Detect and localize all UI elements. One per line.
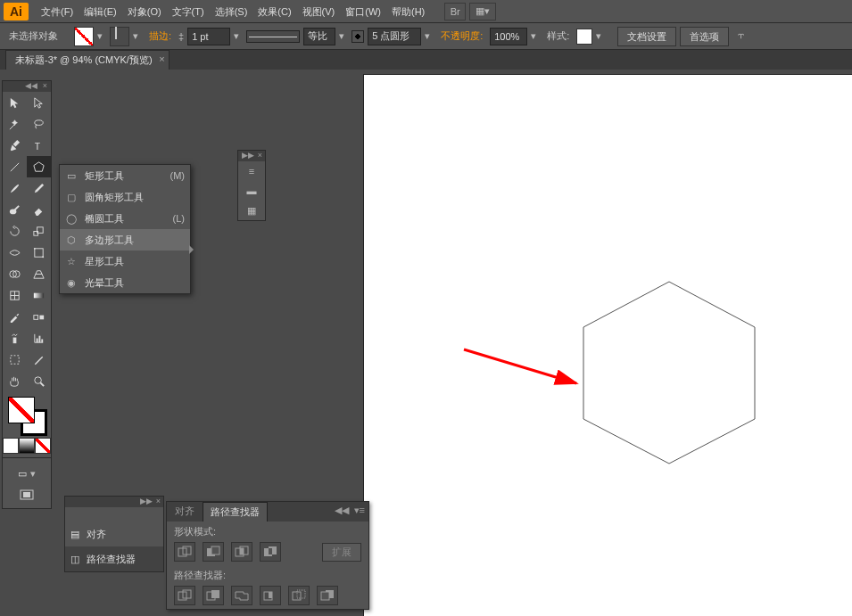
flare-tool-item[interactable]: ◉ 光晕工具 — [60, 272, 190, 293]
close-tab-icon[interactable]: × — [159, 53, 164, 64]
tack-icon[interactable]: ⥾ — [732, 30, 749, 42]
brush-input[interactable] — [368, 28, 421, 45]
merge-button[interactable] — [231, 586, 252, 605]
direct-selection-tool[interactable] — [27, 92, 51, 113]
divide-button[interactable] — [174, 586, 195, 605]
graph-tool[interactable] — [27, 327, 51, 349]
bridge-icon[interactable]: Br — [444, 3, 466, 21]
selection-tool[interactable] — [3, 92, 27, 113]
pencil-tool[interactable] — [27, 177, 51, 199]
menu-type[interactable]: 文字(T) — [167, 0, 210, 23]
panel-dock-header[interactable]: ▶▶× — [65, 497, 163, 507]
gradient-mode[interactable] — [19, 438, 35, 454]
menu-help[interactable]: 帮助(H) — [386, 0, 430, 23]
slice-tool[interactable] — [27, 349, 51, 370]
trim-button[interactable] — [203, 586, 224, 605]
menu-window[interactable]: 窗口(W) — [340, 0, 386, 23]
rectangle-tool-item[interactable]: ▭ 矩形工具 (M) — [60, 165, 190, 186]
artboard-tool[interactable] — [3, 349, 27, 370]
fill-swatch[interactable] — [74, 27, 94, 46]
paintbrush-tool[interactable] — [3, 177, 27, 199]
minus-back-button[interactable] — [317, 586, 338, 605]
lasso-tool[interactable] — [27, 113, 51, 135]
shape-tool[interactable] — [27, 156, 51, 177]
scale-tool[interactable] — [27, 220, 51, 242]
blob-brush-tool[interactable] — [3, 199, 27, 220]
menu-effect[interactable]: 效果(C) — [252, 0, 296, 23]
screen-mode-dropdown-icon[interactable]: ▾ — [30, 468, 36, 480]
opacity-label[interactable]: 不透明度: — [437, 29, 486, 43]
intersect-button[interactable] — [231, 542, 252, 562]
polygon-tool-item[interactable]: ⬡ 多边形工具 — [60, 229, 190, 251]
arrange-docs-icon[interactable]: ▦▾ — [469, 3, 496, 21]
close-icon[interactable]: × — [43, 81, 47, 92]
style-swatch[interactable] — [576, 29, 592, 45]
menu-edit[interactable]: 编辑(E) — [79, 0, 122, 23]
fill-stroke-control[interactable] — [3, 391, 51, 438]
gradient-panel-icon[interactable]: ▬ — [238, 181, 265, 201]
perspective-tool[interactable] — [27, 263, 51, 284]
brush-dropdown-icon[interactable]: ▾ — [425, 30, 434, 42]
minus-front-button[interactable] — [203, 542, 224, 562]
flyout-tearoff-icon[interactable] — [189, 245, 194, 254]
stroke-label[interactable]: 描边: — [145, 29, 175, 43]
close-icon[interactable]: × — [156, 497, 161, 507]
menu-view[interactable]: 视图(V) — [297, 0, 341, 23]
free-transform-tool[interactable] — [27, 242, 51, 263]
close-icon[interactable]: × — [258, 151, 262, 161]
ellipse-tool-item[interactable]: ◯ 椭圆工具 (L) — [60, 208, 190, 229]
stroke-dropdown-icon[interactable]: ▾ — [133, 30, 142, 42]
toolbox-header[interactable]: ◀◀× — [3, 81, 51, 92]
hand-tool[interactable] — [3, 370, 27, 391]
panel-menu-icon[interactable]: ▾≡ — [354, 505, 365, 516]
pen-tool[interactable] — [3, 135, 27, 156]
pathfinder-panel-button[interactable]: ◫ 路径查找器 — [65, 546, 163, 571]
outline-button[interactable] — [288, 586, 310, 605]
hexagon-shape[interactable] — [580, 278, 758, 465]
width-tool[interactable] — [3, 242, 27, 263]
tab-align[interactable]: 对齐 — [167, 501, 203, 522]
stroke-panel-icon[interactable]: ≡ — [238, 161, 265, 181]
menu-object[interactable]: 对象(O) — [122, 0, 167, 23]
collapse-icon[interactable]: ◀◀ — [335, 505, 349, 516]
expand-button[interactable]: 扩展 — [322, 543, 361, 562]
style-dropdown-icon[interactable]: ▾ — [596, 30, 605, 42]
crop-button[interactable] — [260, 586, 281, 605]
unite-button[interactable] — [174, 542, 195, 562]
exclude-button[interactable] — [260, 542, 281, 562]
eraser-tool[interactable] — [27, 199, 51, 220]
collapse-icon[interactable]: ◀◀ — [25, 81, 37, 92]
opacity-input[interactable] — [490, 28, 527, 45]
symbol-sprayer-tool[interactable] — [3, 327, 27, 349]
document-tab[interactable]: 未标题-3* @ 94% (CMYK/预览) × — [5, 50, 170, 70]
transparency-panel-icon[interactable]: ▦ — [238, 201, 265, 220]
opacity-dropdown-icon[interactable]: ▾ — [531, 30, 540, 42]
menu-select[interactable]: 选择(S) — [210, 0, 253, 23]
none-mode[interactable] — [35, 438, 51, 454]
stroke-swatch[interactable] — [110, 27, 129, 46]
expand-icon[interactable]: ▶▶ — [140, 497, 153, 507]
rounded-rectangle-tool-item[interactable]: ▢ 圆角矩形工具 — [60, 186, 190, 208]
zoom-tool[interactable] — [27, 370, 51, 391]
document-setup-button[interactable]: 文档设置 — [617, 27, 676, 46]
menu-file[interactable]: 文件(F) — [36, 0, 79, 23]
shape-builder-tool[interactable] — [3, 263, 27, 284]
align-panel-button[interactable]: ▤ 对齐 — [65, 522, 163, 546]
rotate-tool[interactable] — [3, 220, 27, 242]
profile-dropdown-icon[interactable]: ▾ — [339, 30, 348, 42]
mesh-tool[interactable] — [3, 284, 27, 306]
preferences-button[interactable]: 首选项 — [680, 27, 729, 46]
profile-input[interactable] — [303, 28, 335, 45]
magic-wand-tool[interactable] — [3, 113, 27, 135]
type-tool[interactable]: T — [27, 135, 51, 156]
line-tool[interactable] — [3, 156, 27, 177]
fill-dropdown-icon[interactable]: ▾ — [97, 30, 106, 42]
star-tool-item[interactable]: ☆ 星形工具 — [60, 251, 190, 272]
fill-color[interactable] — [8, 397, 35, 423]
gradient-tool[interactable] — [27, 284, 51, 306]
color-mode[interactable] — [3, 438, 19, 454]
tab-pathfinder[interactable]: 路径查找器 — [203, 502, 268, 522]
stroke-weight-dropdown-icon[interactable]: ▾ — [234, 30, 243, 42]
change-screen-mode[interactable] — [20, 489, 34, 504]
screen-mode-normal[interactable]: ▭ — [18, 468, 27, 480]
